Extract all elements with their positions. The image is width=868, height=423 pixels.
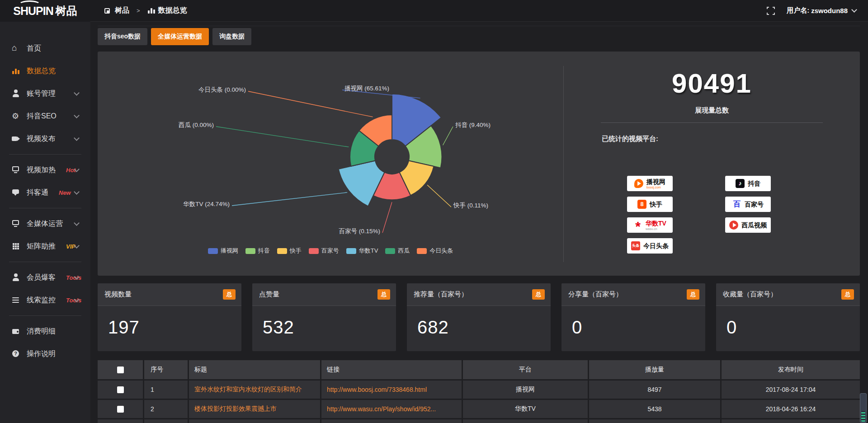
video-title-link[interactable]: 楼体投影灯投影效果震撼上市 [194,405,277,413]
sidebar-item-11[interactable]: 消费明细 [0,320,90,343]
stat-card-header: 分享量（百家号）总 [561,283,705,306]
clipped-row-cell [722,419,860,423]
pie-label-4: 华数TV (24.74%) [183,201,230,207]
content-divider [98,26,860,26]
sidebar-item-1[interactable]: 数据总览 [0,60,90,82]
sidebar-item-10[interactable]: 线索监控Tools [0,289,90,311]
page-scrollbar[interactable] [860,393,867,423]
platform-badge-0-3: 今日头条 [627,238,673,254]
douyin-logo-icon [736,179,745,188]
overview-panel: 播视网 (65.61%)抖音 (9.40%)快手 (0.11%)百家号 (0.1… [98,52,860,276]
tab-1[interactable]: 全媒体运营数据 [151,28,209,45]
legend-swatch [385,248,395,254]
fullscreen-icon[interactable] [767,7,775,15]
sidebar-item-2[interactable]: 账号管理 [0,82,90,105]
stat-card-3: 分享量（百家号）总0 [561,283,705,351]
sidebar-item-label: 首页 [27,44,41,53]
chevron-down-icon [851,7,857,13]
pie-label-2: 快手 (0.11%) [453,202,488,209]
legend-item-0[interactable]: 播视网 [208,247,238,255]
pie-label-0: 播视网 (65.61%) [344,85,389,92]
total-impressions-label: 展现量总数 [564,106,860,115]
baijia-logo-icon [732,200,741,209]
sidebar-item-12[interactable]: 操作说明 [0,343,90,365]
breadcrumb: 树品 > 数据总览 [104,6,187,15]
legend-label: 抖音 [258,247,270,255]
platform-name: 今日头条 [643,243,669,249]
sidebar-item-label: 账号管理 [27,89,56,99]
video-url-link[interactable]: http://www.wasu.cn/Play/show/id/952... [327,405,436,413]
sidebar-divider [9,315,81,316]
legend-item-4[interactable]: 华数TV [346,247,378,255]
legend-item-5[interactable]: 西瓜 [385,247,410,255]
stat-card-value: 532 [252,306,396,338]
sidebar-item-label: 视频发布 [27,134,56,144]
platform-texts: 百家号 [745,201,764,207]
user-icon [12,89,20,98]
stat-card-total-badge[interactable]: 总 [841,289,854,300]
column-header-4: 播放量 [589,360,720,379]
sidebar-item-5[interactable]: 视频加热Hot [0,159,90,181]
tab-0[interactable]: 抖音seo数据 [98,28,147,45]
row-checkbox[interactable] [117,406,124,413]
select-all-checkbox[interactable] [117,367,124,373]
header-checkbox-cell [98,360,143,379]
pie-label-line-6 [248,91,373,117]
pie-slice-4[interactable] [339,161,385,207]
platform-name: 播视网 [646,179,665,185]
pie-label-line-1 [443,127,453,145]
tab-2[interactable]: 询盘数据 [212,28,251,45]
row-checkbox[interactable] [117,386,124,393]
sidebar-item-9[interactable]: 会员爆客Tools [0,266,90,289]
sidebar-item-4[interactable]: 视频发布 [0,127,90,150]
sidebar-item-label: 消费明细 [27,327,56,336]
clipped-row-cell [321,419,462,423]
stat-card-total-badge[interactable]: 总 [532,289,545,300]
legend-swatch [346,248,356,254]
video-url-link[interactable]: http://www.boosj.com/7338468.html [327,386,427,393]
column-header-1: 标题 [189,360,320,379]
sidebar-item-7[interactable]: 全媒体运营 [0,212,90,235]
toutiao-logo-icon [631,241,640,250]
sidebar-item-0[interactable]: 首页 [0,37,90,60]
legend-item-1[interactable]: 抖音 [245,247,270,255]
platform-badge-0-2: 华数TVwasu.cn [627,217,673,233]
breadcrumb-current: 数据总览 [158,6,187,15]
stat-card-total-badge[interactable]: 总 [223,289,236,300]
stat-card-title: 分享量（百家号） [568,290,623,299]
pie-label-line-5 [216,127,349,147]
stat-card-value: 0 [716,306,860,338]
cell-time: 2018-04-26 16:24 [722,400,860,418]
platform-name: 百家号 [745,201,764,207]
stat-card-1: 点赞量总532 [252,283,396,351]
legend-item-2[interactable]: 快手 [277,247,302,255]
sidebar-item-label: 抖音SEO [27,112,57,121]
grid-icon [12,242,20,250]
chart-icon [147,7,155,14]
video-title-link[interactable]: 室外水纹灯和室内水纹灯的区别和简介 [194,385,302,394]
column-header-3: 平台 [463,360,588,379]
clipped-row-cell [98,419,143,423]
stat-card-title: 推荐量（百家号） [414,290,468,299]
logo-text-en: SHUPIN [13,5,53,18]
legend-item-6[interactable]: 今日头条 [417,247,453,255]
sidebar-item-3[interactable]: 抖音SEO [0,105,90,127]
legend-item-3[interactable]: 百家号 [309,247,339,255]
video-icon [12,135,20,143]
clipped-row-cell [589,419,720,423]
breadcrumb-root[interactable]: 树品 [115,6,129,15]
wasu-logo-icon [633,221,642,230]
user-menu[interactable]: 用户名: zswodun88 [787,6,856,15]
sidebar-item-6[interactable]: 抖客通New [0,181,90,204]
column-header-5: 发布时间 [722,360,860,379]
stat-card-total-badge[interactable]: 总 [687,289,699,300]
platform-subtext: boosj.com [646,186,665,189]
sidebar-item-8[interactable]: 矩阵助推VIP [0,235,90,258]
app-logo[interactable]: SHUPIN 树品 [0,0,90,22]
legend-swatch [245,248,255,254]
cell-link: http://www.boosj.com/7338468.html [321,381,462,399]
xigua-logo-icon [729,221,738,230]
stat-card-total-badge[interactable]: 总 [377,289,390,300]
total-impressions-value: 90491 [564,68,860,99]
cell-plays: 5438 [589,400,720,418]
